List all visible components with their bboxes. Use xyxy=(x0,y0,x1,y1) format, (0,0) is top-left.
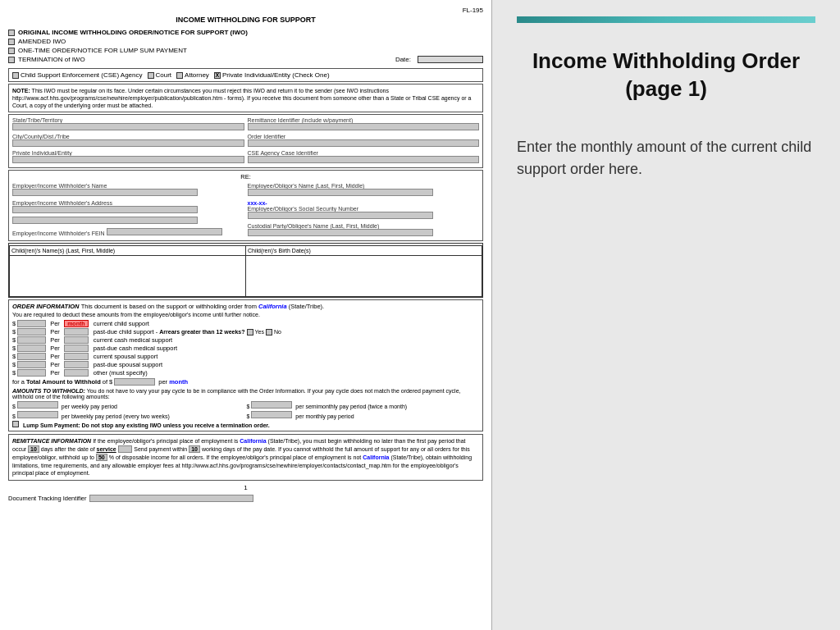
emp-fein-input[interactable] xyxy=(107,228,222,235)
form-number: FL-195 xyxy=(8,7,483,14)
pay-row-2-left: $ per biweekly pay period (every two wee… xyxy=(12,411,245,419)
per-6-field[interactable] xyxy=(64,361,89,368)
arrears-yes-checkbox[interactable] xyxy=(247,329,253,336)
pay-row-2-right: $ per monthly pay period xyxy=(247,411,480,419)
remittance-days2[interactable]: 10 xyxy=(189,445,200,453)
document-panel: FL-195 INCOME WITHHOLDING FOR SUPPORT OR… xyxy=(0,0,492,630)
amount-row-5: $ Per current spousal support xyxy=(12,353,479,360)
ssn-input[interactable] xyxy=(248,212,433,219)
custodial-input[interactable] xyxy=(248,229,433,236)
amount-5-input[interactable] xyxy=(17,353,46,360)
city-input[interactable] xyxy=(12,139,244,147)
children-section: Child(ren)'s Name(s) (Last, First, Middl… xyxy=(8,243,483,298)
children-name-cell[interactable] xyxy=(10,256,246,297)
per-7-field[interactable] xyxy=(64,369,89,377)
total-per: per xyxy=(158,378,167,386)
amended-iwo-row: AMENDED IWO xyxy=(8,38,483,45)
city-field-row: City/County/Dist./Tribe xyxy=(12,134,244,148)
amount-3-input[interactable] xyxy=(17,336,46,344)
amount-2-input[interactable] xyxy=(17,328,46,336)
total-per-month: month xyxy=(169,378,188,386)
order-id-label: Order Identifier xyxy=(248,134,480,139)
row-2-label: past-due child support - xyxy=(94,328,158,336)
emp-addr-input2[interactable] xyxy=(12,217,198,224)
left-fields: State/Tribe/Territory City/County/Dist./… xyxy=(12,117,244,165)
emp-name-row: Employer/Income Withholder's Name xyxy=(12,183,244,198)
remittance-percent[interactable]: 50 xyxy=(96,454,107,461)
semimonthly-input[interactable] xyxy=(251,401,292,409)
remittance-days1[interactable]: 10 xyxy=(28,445,39,453)
employee-col: Employee/Obligor's Name (Last, First, Mi… xyxy=(248,183,480,238)
one-time-row: ONE-TIME ORDER/NOTICE FOR LUMP SUM PAYME… xyxy=(8,47,483,54)
emp-addr-label: Employer/Income Withholder's Address xyxy=(12,200,244,206)
emp-name-label: Employer/Income Withholder's Name xyxy=(12,183,244,189)
remittance-state1: California xyxy=(240,438,266,444)
per-2-field[interactable] xyxy=(64,328,89,336)
right-title: Income Withholding Order(page 1) xyxy=(532,48,800,103)
amount-6-input[interactable] xyxy=(17,361,46,368)
children-dob-cell[interactable] xyxy=(246,256,482,297)
total-amount-input[interactable] xyxy=(114,378,155,386)
termination-checkbox[interactable] xyxy=(8,57,15,63)
deduct-text: You are required to deduct these amounts… xyxy=(12,312,479,317)
monthly-input[interactable] xyxy=(251,411,292,418)
order-id-input[interactable] xyxy=(248,139,480,147)
private-input[interactable] xyxy=(12,156,244,163)
order-info-intro: This document is based on the support or… xyxy=(81,303,257,310)
row-1-label: current child support xyxy=(94,320,149,327)
remittance-input[interactable] xyxy=(248,123,480,130)
remittance-text3: days after the date of xyxy=(41,446,95,452)
cse-case-row: CSE Agency Case Identifier xyxy=(248,150,480,165)
biweekly-input[interactable] xyxy=(17,411,58,418)
per-5-field[interactable] xyxy=(64,353,89,360)
one-time-label: ONE-TIME ORDER/NOTICE FOR LUMP SUM PAYME… xyxy=(18,47,187,54)
amount-1-input[interactable] xyxy=(17,320,46,327)
remittance-section: REMITTANCE INFORMATION If the employee/o… xyxy=(8,434,483,481)
cse-checkbox[interactable] xyxy=(12,72,19,79)
attorney-checkbox[interactable] xyxy=(176,72,183,79)
right-panel: Income Withholding Order(page 1) Enter t… xyxy=(492,0,840,630)
court-checkbox[interactable] xyxy=(148,72,154,79)
one-time-checkbox[interactable] xyxy=(8,48,15,54)
lump-sum-checkbox[interactable] xyxy=(12,421,19,427)
row-4-label: past-due cash medical support xyxy=(94,345,177,352)
per-4-field[interactable] xyxy=(64,345,89,352)
pay-grid: $ per weekly pay period $ per semimonthl… xyxy=(12,401,479,419)
amount-row-1: $ Per month current child support xyxy=(12,320,479,327)
date-field[interactable] xyxy=(418,56,483,63)
tracking-label: Document Tracking Identifier xyxy=(8,495,86,502)
tracking-section: Document Tracking Identifier xyxy=(8,495,483,502)
per-1-field[interactable]: month xyxy=(64,320,89,327)
state-remittance-section: State/Tribe/Territory City/County/Dist./… xyxy=(8,114,483,168)
main-title: INCOME WITHHOLDING FOR SUPPORT xyxy=(8,16,483,24)
weekly-label: per weekly pay period xyxy=(62,404,117,409)
emp-name-input[interactable] xyxy=(12,189,198,196)
lump-sum-text: Lump Sum Payment: Do not stop any existi… xyxy=(23,422,270,428)
ssn-placeholder-text: xxx-xx- xyxy=(248,200,480,206)
obligor-name-row: Employee/Obligor's Name (Last, First, Mi… xyxy=(248,183,480,198)
weekly-input[interactable] xyxy=(17,401,58,409)
note-section: NOTE: This IWO must be regular on its fa… xyxy=(8,84,483,112)
order-info-heading: ORDER INFORMATION This document is based… xyxy=(12,303,479,310)
cse-case-input[interactable] xyxy=(248,156,480,163)
arrears-text: Arrears greater than 12 weeks? xyxy=(159,329,244,335)
obligor-name-input[interactable] xyxy=(248,189,433,196)
note-content: This IWO must be regular on its face. Un… xyxy=(12,88,472,108)
amount-4-input[interactable] xyxy=(17,345,46,352)
private-checkbox[interactable]: X xyxy=(214,72,221,79)
service-date-field[interactable] xyxy=(118,445,133,453)
remittance-text6: % of disposable income for all orders. I… xyxy=(109,454,362,460)
obligor-name-label: Employee/Obligor's Name (Last, First, Mi… xyxy=(248,183,480,189)
per-3-field[interactable] xyxy=(64,336,89,344)
semimonthly-label: per semimonthly pay period (twice a mont… xyxy=(295,404,407,409)
tracking-input[interactable] xyxy=(89,495,253,502)
state-input[interactable] xyxy=(12,123,244,130)
original-iwo-checkbox[interactable] xyxy=(8,30,15,36)
arrears-no-checkbox[interactable] xyxy=(266,329,272,336)
amended-iwo-checkbox[interactable] xyxy=(8,39,15,45)
emp-addr-input1[interactable] xyxy=(12,206,198,213)
amounts-to-withhold: AMOUNTS TO WITHHOLD: You do not have to … xyxy=(12,388,479,399)
row-5-label: current spousal support xyxy=(94,353,158,360)
order-info-section: ORDER INFORMATION This document is based… xyxy=(8,299,483,431)
amount-7-input[interactable] xyxy=(17,369,46,377)
